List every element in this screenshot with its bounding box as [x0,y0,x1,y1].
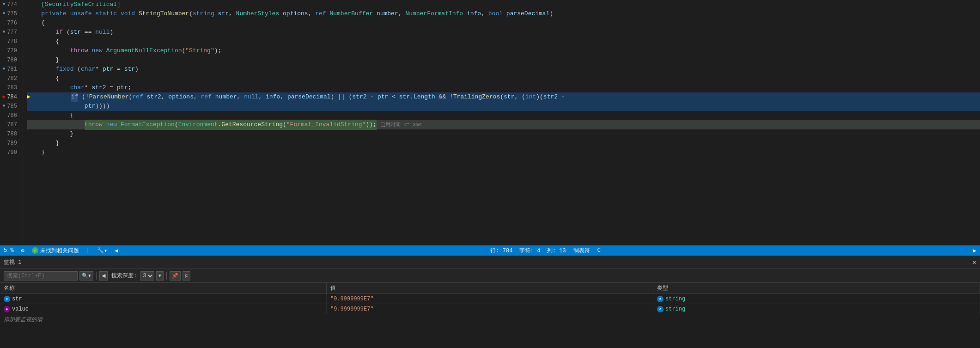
zoom-level: 5 % [4,247,14,254]
toolbar-separator-1 [96,272,97,280]
code-line-787: } [27,129,980,139]
line-numbers: ▼ 774 ▼ 775 776 ▼ 777 778 779 [0,0,23,245]
watch-icon-str: ◈ [4,296,10,302]
watch-row-str[interactable]: ◈ str "9.9999999E7" ↺ string [0,294,980,304]
col-header-type: 类型 [653,283,980,293]
col-header-name: 名称 [0,283,327,293]
collapse-arrow-775[interactable]: ▼ [2,9,5,18]
watch-icon-value: ◈ [4,306,10,312]
watch-toolbar: 🔍▾ ◀ 搜索深度: 3 1 2 4 5 ▾ 📌 ⎘ [0,269,980,283]
status-right: 行: 784 字符: 4 列: 13 制表符 C [490,247,600,255]
code-line-775: private unsafe static void StringToNumbe… [27,9,980,18]
code-line-785: { [27,111,980,120]
row-label: 行: [490,248,499,254]
line-num-789: 789 [2,139,19,148]
no-issues-status: ✓ 未找到相关问题 [32,247,79,255]
col-val: 13 [559,248,566,254]
line-num-784: ● 784 [2,92,19,102]
watch-column-headers: 名称 值 类型 [0,283,980,294]
tooltip-786: 已用时间 <= 3ms [380,120,422,129]
depth-select[interactable]: 3 1 2 4 5 [140,271,154,281]
char-val: 4 [537,248,540,254]
status-bar: 5 % ⚙ ✓ 未找到相关问题 | 🔧▾ ◀ 行: 784 字符: 4 列: 1… [0,245,980,256]
watch-type-value: string [665,306,685,312]
separator-status: | [86,247,90,254]
char-label: 字符: [519,248,534,254]
watch-cell-value-str: "9.9999999E7" [327,294,653,304]
code-line-779: throw new ArgumentNullException("String"… [27,46,980,55]
code-line-783: char* str2 = ptr; [27,83,980,92]
build-tools: 🔧▾ [97,247,107,254]
nav-arrow-right[interactable]: ▶ [973,247,976,254]
search-input[interactable] [4,271,78,281]
tab-indicator: 制表符 [573,247,590,255]
line-num-786: 786 [2,111,19,120]
no-issues-text: 未找到相关问题 [40,247,79,255]
code-line-777: if (str == null) [27,28,980,37]
line-num-774: ▼ 774 [2,0,19,9]
copy-button[interactable]: ⎘ [183,271,190,281]
col-header-value: 值 [327,283,653,293]
code-line-781: fixed (char* ptr = str) [27,65,980,74]
line-num-783: 783 [2,83,19,92]
collapse-arrow-781[interactable]: ▼ [2,65,5,74]
code-line-780: } [27,55,980,65]
collapse-arrow-785[interactable]: ▼ [2,102,5,111]
code-line-786: throw new FormatException(Environment.Ge… [27,120,980,129]
collapse-arrow-777[interactable]: ▼ [2,28,5,37]
line-num-785: ▼ 785 [2,102,19,111]
line-num-777: ▼ 777 [2,28,19,37]
watch-value-value: "9.9999999E7" [330,306,374,312]
pin-button[interactable]: 📌 [170,271,181,281]
refresh-button[interactable]: ▾ [156,271,164,281]
code-line-784: ▶ if (!ParseNumber(ref str2, options, re… [27,92,980,102]
line-num-790: 790 [2,148,19,157]
nav-back-button[interactable]: ◀ [99,271,108,281]
check-icon: ✓ [32,247,38,254]
watch-type-icon-value: ↺ [657,306,663,312]
code-line-788: } [27,139,980,148]
line-num-782: 782 [2,74,19,83]
line-num-778: 778 [2,37,19,46]
panel-close-button[interactable]: ✕ [973,258,976,266]
line-num-779: 779 [2,46,19,55]
depth-label: 搜索深度: [111,272,137,280]
watch-rows: ◈ str "9.9999999E7" ↺ string ◈ value "9.… [0,294,980,348]
editor-area: ▼ 774 ▼ 775 776 ▼ 777 778 779 [0,0,980,256]
col-label: 列: [547,248,556,254]
line-num-775: ▼ 775 [2,9,19,18]
code-line-778: { [27,37,980,46]
breakpoint-dot-784: ● [2,92,5,102]
watch-cell-name-value: ◈ value [0,304,327,314]
watch-name-value: value [12,306,29,312]
line-num-776: 776 [2,18,19,28]
code-lines[interactable]: [SecuritySafeCritical] private unsafe st… [23,0,980,245]
code-line-789: } [27,148,980,157]
code-line-784b: ptr)))) [27,102,980,111]
code-line-790 [27,157,980,166]
search-button[interactable]: 🔍▾ [79,271,93,281]
watch-type-str: string [665,296,685,302]
watch-name-str: str [12,296,22,302]
zoom-value: 5 % [4,247,14,254]
panel-title: 监视 1 [4,258,21,266]
watch-cell-type-value: ↺ string [653,304,980,314]
watch-value-str: "9.9999999E7" [330,296,374,302]
collapse-arrow-774[interactable]: ▼ [2,0,5,9]
annotation-774: [SecuritySafeCritical] [41,0,121,9]
row-val: 784 [503,248,513,254]
watch-cell-value-value: "9.9999999E7" [327,304,653,314]
watch-panel: 监视 1 ✕ 🔍▾ ◀ 搜索深度: 3 1 2 4 5 ▾ 📌 ⎘ 名称 值 类… [0,256,980,348]
line-num-781: ▼ 781 [2,65,19,74]
panel-header: 监视 1 ✕ [0,256,980,269]
encoding-indicator: C [597,247,601,254]
line-num-780: 780 [2,55,19,65]
execution-arrow-784: ▶ [27,92,30,102]
nav-back[interactable]: ◀ [115,247,118,254]
code-container: ▼ 774 ▼ 775 776 ▼ 777 778 779 [0,0,980,245]
add-watch-button[interactable]: 添加要监视的项 [0,314,980,324]
watch-type-icon-str: ↺ [657,296,663,302]
watch-row-value[interactable]: ◈ value "9.9999999E7" ↺ string [0,304,980,314]
code-line-776: { [27,18,980,28]
debug-icon-status: ⚙ [21,247,24,254]
